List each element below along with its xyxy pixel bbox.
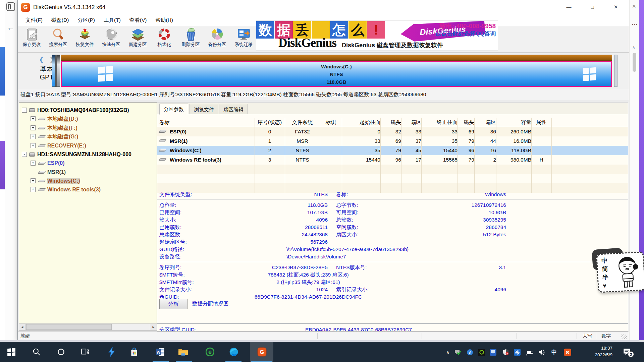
ad-banner[interactable]: 数 据 丢 怎 么 ! DiskGenius DiskGenius 致电: 40…	[256, 20, 498, 51]
tray-pc-check-icon[interactable]	[454, 349, 461, 356]
toolbar-save-changes[interactable]: 保存更改	[18, 27, 45, 52]
clock-time: 18:37	[578, 345, 612, 352]
alloc-map-label: 数据分配情况图:	[192, 300, 230, 307]
disk-bar-scroll[interactable]	[614, 55, 618, 87]
table-row-msr[interactable]: MSR(1) 1MSR 336937 357944 16.0MB	[157, 136, 628, 146]
tab-partition-params[interactable]: 分区参数	[159, 104, 188, 115]
taskbar-file-explorer[interactable]	[178, 347, 189, 357]
more-options-icon[interactable]: ⋯	[632, 21, 638, 28]
behind-close-icon[interactable]: ✕	[632, 3, 636, 9]
window-title: DiskGenius V5.4.3.1342 x64	[33, 4, 105, 11]
expander-icon[interactable]: +	[31, 125, 36, 130]
header-cell: 扇区	[401, 118, 421, 127]
cortana-button[interactable]	[56, 347, 66, 357]
partition-windows-c-bar[interactable]: Windows(C:) NTFS 118.0GB	[61, 61, 612, 87]
tray-ime-indicator[interactable]: 中	[550, 349, 558, 356]
tree-item-hd1[interactable]: -HD1:SAMSUNGMZNLN128HAHQ-000	[19, 150, 157, 159]
task-view-button[interactable]	[79, 347, 90, 357]
tray-nvidia-icon[interactable]	[478, 349, 485, 356]
scroll-right-button[interactable]: ►	[150, 324, 157, 330]
tree-item-windows-re[interactable]: +Windows RE tools(3)	[19, 185, 157, 194]
scrollbar-thumb[interactable]	[633, 53, 636, 72]
expander-icon[interactable]: +	[31, 143, 36, 148]
resize-grip[interactable]	[621, 335, 627, 339]
ad-qq-link[interactable]: 或点击此处选择QQ咨询	[436, 30, 496, 38]
toolbar-new-partition[interactable]: 新建分区	[124, 27, 151, 52]
disk-prev-button[interactable]: ❮	[39, 56, 44, 63]
menu-item-disk[interactable]: 磁盘(D)	[47, 17, 73, 24]
scroll-thumb[interactable]	[26, 324, 112, 330]
tree-item-local-f[interactable]: +本地磁盘(F:)	[19, 124, 157, 132]
toolbar-quick-partition[interactable]: 快速分区	[98, 27, 124, 52]
scroll-left-button[interactable]: ◄	[19, 324, 26, 330]
taskbar-diskgenius-active[interactable]: G	[250, 342, 273, 362]
tray-snowflake-icon[interactable]	[514, 349, 521, 356]
expander-icon[interactable]: +	[31, 116, 36, 121]
toolbar-recover-files[interactable]: 恢复文件	[71, 27, 98, 52]
tray-security-shield-icon[interactable]	[502, 349, 509, 356]
msr-partition-strip[interactable]	[56, 55, 60, 87]
tree-item-recovery-e[interactable]: +RECOVERY(E:)	[19, 141, 157, 150]
notification-center-button[interactable]: 2	[623, 347, 633, 357]
taskbar-lightning-app[interactable]	[106, 347, 117, 357]
expander-icon[interactable]: +	[31, 161, 36, 166]
toolbar-delete-partition[interactable]: 删除分区	[177, 27, 204, 52]
wallpaper-purple-block	[0, 141, 5, 189]
expander-icon[interactable]: -	[22, 152, 27, 157]
taskbar-clock[interactable]: 18:37 2022/5/9	[578, 345, 612, 358]
close-button[interactable]: ✕	[608, 2, 624, 12]
menu-item-view[interactable]: 查看(V)	[125, 17, 151, 24]
save-changes-icon	[25, 28, 39, 41]
tab-browse-files[interactable]: 浏览文件	[190, 104, 218, 114]
tray-messenger-icon[interactable]	[466, 349, 474, 356]
esp-partition-strip[interactable]	[52, 55, 56, 87]
clock-date: 2022/5/9	[578, 352, 612, 358]
taskbar-store[interactable]	[129, 347, 140, 357]
tree-item-esp[interactable]: +ESP(0)	[19, 159, 157, 168]
menu-item-file[interactable]: 文件(F)	[21, 17, 47, 24]
tray-expand-icon[interactable]: ∧	[444, 349, 451, 356]
partition-type-guid-label: 分区类型 GUID:	[159, 326, 196, 331]
word-icon: W	[156, 347, 165, 357]
tray-power-plug-icon[interactable]	[526, 349, 533, 356]
expander-icon[interactable]: -	[22, 108, 27, 113]
ime-status-widget[interactable]: 中简半♥	[596, 251, 644, 293]
menu-item-help[interactable]: 帮助(H)	[151, 17, 177, 24]
tree-item-windows-c[interactable]: +Windows(C:)	[19, 177, 157, 185]
tree-item-msr[interactable]: MSR(1)	[19, 168, 157, 177]
tray-sogou-icon[interactable]: S	[564, 349, 571, 356]
analyze-button[interactable]: 分析	[159, 299, 187, 309]
taskbar-edge[interactable]	[228, 347, 239, 357]
tree-item-local-d[interactable]: +本地磁盘(D:)	[19, 115, 157, 123]
table-row-windows-re[interactable]: Windows RE tools(3) 3NTFS 154409617 1556…	[157, 155, 628, 165]
menu-item-partition[interactable]: 分区(P)	[73, 17, 99, 24]
expander-icon[interactable]: +	[31, 187, 36, 192]
taskbar-word[interactable]: W	[155, 347, 166, 357]
scroll-up-icon[interactable]: ∧	[632, 45, 635, 50]
tray-volume-icon[interactable]	[538, 349, 545, 356]
toolbar-backup-partition[interactable]: 备份分区	[204, 27, 230, 52]
expander-icon[interactable]: +	[31, 178, 36, 183]
minimize-button[interactable]: —	[561, 2, 577, 12]
expander-icon[interactable]: +	[31, 134, 36, 139]
quick-partition-icon	[105, 28, 118, 41]
start-button[interactable]	[6, 347, 17, 357]
menu-item-tools[interactable]: 工具(T)	[99, 17, 125, 24]
tree-hscrollbar[interactable]: ◄ ►	[19, 323, 157, 330]
table-row-windows-c-selected[interactable]: Windows(C:) 2NTFS 357945 154409616 118.0…	[157, 146, 628, 155]
header-cell: 磁头	[458, 118, 474, 127]
taskbar-search-button[interactable]	[31, 347, 42, 357]
header-cell: 卷标	[159, 118, 253, 127]
toolbar-system-migration[interactable]: 系统迁移	[230, 27, 257, 52]
toolbar-format[interactable]: 格式化	[151, 27, 177, 52]
tab-sector-edit[interactable]: 扇区编辑	[219, 104, 248, 114]
taskbar-ie[interactable]: e	[205, 347, 215, 357]
tab-bar: 分区参数 浏览文件 扇区编辑	[157, 103, 628, 114]
tree-item-hd0[interactable]: -HD0:TOSHIBAMQ04ABF100(932GB)	[19, 106, 157, 115]
back-icon[interactable]: ←	[7, 23, 15, 32]
toolbar-search-partition[interactable]: 搜索分区	[45, 27, 71, 52]
tree-item-local-g[interactable]: +本地磁盘(G:)	[19, 132, 157, 141]
table-row-esp[interactable]: ESP(0) 0FAT32 03233 336936 260.0MB	[157, 127, 628, 136]
tray-intel-graphics-icon[interactable]	[489, 349, 497, 356]
maximize-button[interactable]: □	[585, 2, 600, 12]
